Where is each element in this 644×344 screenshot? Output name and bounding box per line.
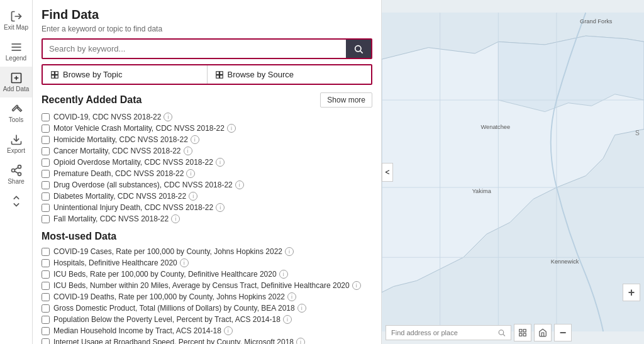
map-grid-button[interactable] [514,324,531,341]
item-checkbox[interactable] [42,192,50,201]
sidebar-item-export[interactable]: Export [0,128,32,159]
search-icon [353,44,364,54]
list-item: Unintentional Injury Death, CDC NVSS 201… [42,202,372,213]
address-search-icon[interactable] [497,328,506,337]
list-item: Premature Death, CDC NVSS 2018-22i [42,168,372,179]
item-checkbox[interactable] [42,327,50,335]
list-item: COVID-19, CDC NVSS 2018-22i [42,111,372,123]
sidebar-item-share[interactable]: Share [0,159,32,190]
svg-rect-20 [219,75,223,78]
item-checkbox[interactable] [42,125,50,133]
item-checkbox[interactable] [42,282,50,290]
info-icon[interactable]: i [191,135,199,144]
item-checkbox[interactable] [42,259,50,267]
item-checkbox[interactable] [42,304,50,313]
svg-point-33 [499,330,504,335]
sidebar-item-add-data[interactable]: Add Data [0,67,32,97]
item-checkbox[interactable] [42,147,50,155]
map-bottom-bar: − [382,321,644,344]
svg-line-10 [14,167,18,169]
most-used-header: Most-used Data [42,231,372,242]
more-icon [10,195,23,208]
item-checkbox[interactable] [42,158,50,167]
info-icon[interactable]: i [164,113,172,121]
item-checkbox[interactable] [42,204,50,212]
list-item: ICU Beds, Rate per 100,000 by County, De… [42,269,372,280]
info-icon[interactable]: i [285,247,294,256]
home-icon [538,328,547,337]
address-input[interactable] [391,329,497,336]
most-used-list: COVID-19 Cases, Rate per 100,000 by Coun… [42,246,372,344]
info-icon[interactable]: i [224,326,233,335]
info-icon[interactable]: i [235,180,244,189]
info-icon[interactable]: i [216,158,225,167]
search-input[interactable] [43,40,346,58]
browse-by-topic-button[interactable]: Browse by Topic [43,65,208,84]
svg-rect-18 [219,71,223,74]
svg-point-11 [355,45,361,51]
browse-by-source-button[interactable]: Browse by Source [208,65,372,84]
info-icon[interactable]: i [171,214,180,223]
search-button[interactable] [346,40,371,58]
list-item: COVID-19 Cases, Rate per 100,000 by Coun… [42,246,372,257]
svg-line-34 [503,334,505,336]
map-collapse-toggle[interactable]: < [382,163,393,182]
svg-line-12 [360,51,363,53]
svg-text:Yakima: Yakima [472,188,492,194]
item-checkbox[interactable] [42,248,50,256]
info-icon[interactable]: i [297,304,306,313]
info-icon[interactable]: i [287,292,296,301]
list-item: COVID-19 Deaths, Rate per 100,000 by Cou… [42,291,372,302]
item-checkbox[interactable] [42,113,50,121]
source-icon [215,70,224,79]
show-more-button[interactable]: Show more [320,92,372,108]
svg-rect-35 [519,330,522,332]
info-icon[interactable]: i [186,169,195,178]
list-item: Cancer Mortality, CDC NVSS 2018-22i [42,145,372,157]
sidebar-item-legend[interactable]: Legend [0,36,32,67]
list-item: Hospitals, Definitive Healthcare 2020i [42,257,372,269]
list-item: ICU Beds, Number within 20 Miles, Averag… [42,280,372,291]
map-zoom-out-button[interactable]: − [554,324,572,341]
item-checkbox[interactable] [42,181,50,189]
list-item: Internet Usage at Broadband Speed, Perce… [42,336,372,344]
info-icon[interactable]: i [296,338,305,344]
info-icon[interactable]: i [352,281,361,290]
item-checkbox[interactable] [42,270,50,279]
sidebar-item-tools[interactable]: Tools [0,97,32,128]
sidebar: Exit Map Legend Add Data Tools Export [0,0,33,344]
svg-text:Grand Forks: Grand Forks [580,18,613,25]
info-icon[interactable]: i [216,203,225,212]
tools-icon [10,103,23,115]
most-used-title: Most-used Data [42,231,116,242]
info-icon[interactable]: i [227,124,236,133]
share-icon [10,164,23,177]
map-svg: Grand Forks Wenatchee Yakima Kennewick S [382,0,644,344]
map-zoom-in-button[interactable]: + [623,284,640,301]
map-home-button[interactable] [534,324,552,341]
item-checkbox[interactable] [42,136,50,144]
item-checkbox[interactable] [42,170,50,178]
find-data-panel: Find Data Enter a keyword or topic to fi… [33,0,382,344]
svg-rect-17 [216,71,219,74]
info-icon[interactable]: i [283,315,292,324]
map-area: Grand Forks Wenatchee Yakima Kennewick S… [382,0,644,344]
info-icon[interactable]: i [189,192,197,201]
svg-rect-37 [519,333,522,336]
item-checkbox[interactable] [42,316,50,324]
info-icon[interactable]: i [180,258,189,267]
browse-row: Browse by Topic Browse by Source [42,64,372,85]
svg-rect-15 [52,75,55,78]
sidebar-item-exit[interactable]: Exit Map [0,5,32,36]
svg-rect-14 [55,71,58,74]
info-icon[interactable]: i [279,270,288,279]
item-checkbox[interactable] [42,293,50,301]
info-icon[interactable]: i [184,147,192,155]
sidebar-item-more[interactable] [0,190,32,214]
item-checkbox[interactable] [42,338,50,345]
svg-line-9 [14,171,18,173]
svg-rect-36 [523,330,526,332]
svg-text:S: S [635,130,640,136]
item-checkbox[interactable] [42,215,50,223]
list-item: Fall Mortality, CDC NVSS 2018-22i [42,213,372,225]
